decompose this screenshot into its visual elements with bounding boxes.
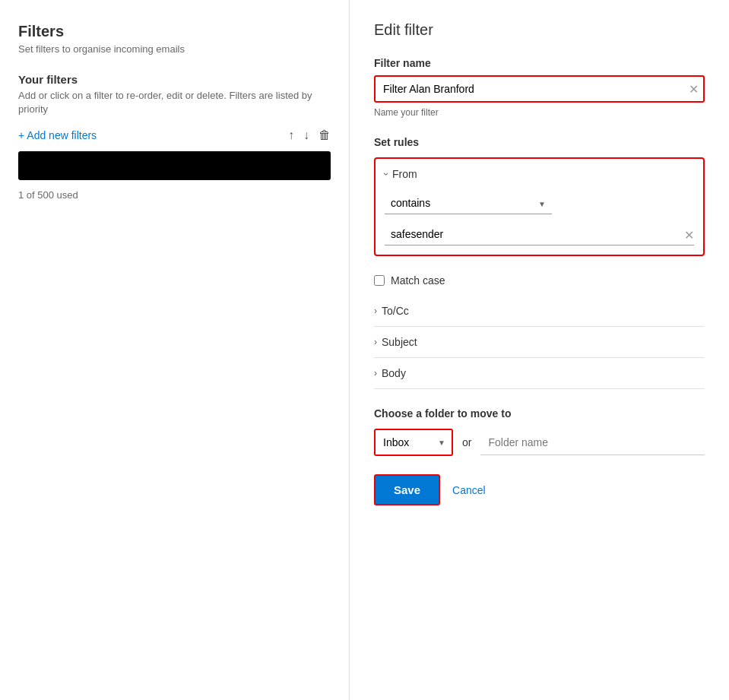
- body-label: Body: [382, 367, 406, 379]
- contains-select[interactable]: contains does not contain is is not: [385, 192, 552, 214]
- filter-name-hint: Name your filter: [374, 107, 705, 118]
- subject-label: Subject: [382, 336, 417, 348]
- match-case-checkbox[interactable]: [374, 275, 385, 286]
- set-rules-label: Set rules: [374, 136, 705, 148]
- edit-filter-title: Edit filter: [374, 21, 705, 39]
- filter-name-section-label: Filter name: [374, 57, 705, 69]
- your-filters-heading: Your filters: [18, 73, 331, 86]
- contains-row: contains does not contain is is not: [385, 192, 694, 214]
- filter-name-clear-icon[interactable]: ✕: [689, 82, 699, 97]
- safesender-clear-icon[interactable]: ✕: [684, 227, 694, 242]
- from-label: From: [392, 168, 417, 180]
- from-section: › From contains does not contain is is n…: [374, 157, 705, 256]
- choose-folder-section: Choose a folder to move to Inbox Sent Dr…: [374, 407, 705, 456]
- filters-used-count: 1 of 500 used: [18, 189, 331, 201]
- right-panel: Edit filter Filter name ✕ Name your filt…: [350, 0, 729, 700]
- filter-name-wrapper: ✕: [374, 75, 705, 103]
- add-new-filters-link[interactable]: + Add new filters: [18, 129, 288, 141]
- folder-or-label: or: [462, 436, 471, 448]
- action-row: Save Cancel: [374, 474, 705, 505]
- filter-name-input[interactable]: [374, 75, 705, 103]
- folder-row: Inbox Sent Drafts Trash or: [374, 429, 705, 456]
- from-header[interactable]: › From: [385, 168, 694, 180]
- subject-section: › Subject: [374, 327, 705, 358]
- to-cc-chevron-icon: ›: [374, 306, 377, 316]
- subject-header[interactable]: › Subject: [374, 327, 705, 357]
- folder-select-wrapper: Inbox Sent Drafts Trash: [374, 429, 453, 456]
- safesender-input[interactable]: [385, 223, 694, 245]
- match-case-row: Match case: [374, 265, 705, 296]
- to-cc-section: › To/Cc: [374, 296, 705, 327]
- your-filters-description: Add or click on a filter to re-order, ed…: [18, 89, 331, 116]
- page-subtitle: Set filters to organise incoming emails: [18, 43, 331, 55]
- toolbar-icons: ↑ ↓ 🗑: [288, 128, 331, 142]
- delete-icon[interactable]: 🗑: [319, 128, 331, 142]
- safesender-row: ✕: [385, 223, 694, 245]
- subject-chevron-icon: ›: [374, 337, 377, 347]
- filter-item[interactable]: [18, 151, 331, 180]
- body-chevron-icon: ›: [374, 368, 377, 379]
- choose-folder-label: Choose a folder to move to: [374, 407, 705, 420]
- body-section: › Body: [374, 358, 705, 389]
- page-title: Filters: [18, 23, 331, 40]
- folder-name-input[interactable]: [480, 430, 705, 455]
- folder-select[interactable]: Inbox Sent Drafts Trash: [376, 430, 452, 455]
- to-cc-header[interactable]: › To/Cc: [374, 296, 705, 326]
- to-cc-label: To/Cc: [382, 305, 409, 317]
- move-up-icon[interactable]: ↑: [288, 128, 294, 142]
- cancel-button[interactable]: Cancel: [452, 484, 486, 496]
- body-header[interactable]: › Body: [374, 358, 705, 388]
- match-case-label[interactable]: Match case: [391, 274, 445, 287]
- from-chevron-icon: ›: [381, 173, 391, 176]
- left-panel: Filters Set filters to organise incoming…: [0, 0, 350, 700]
- filters-toolbar: + Add new filters ↑ ↓ 🗑: [18, 128, 331, 142]
- contains-select-wrapper: contains does not contain is is not: [385, 192, 552, 214]
- save-button[interactable]: Save: [374, 474, 440, 505]
- move-down-icon[interactable]: ↓: [303, 128, 309, 142]
